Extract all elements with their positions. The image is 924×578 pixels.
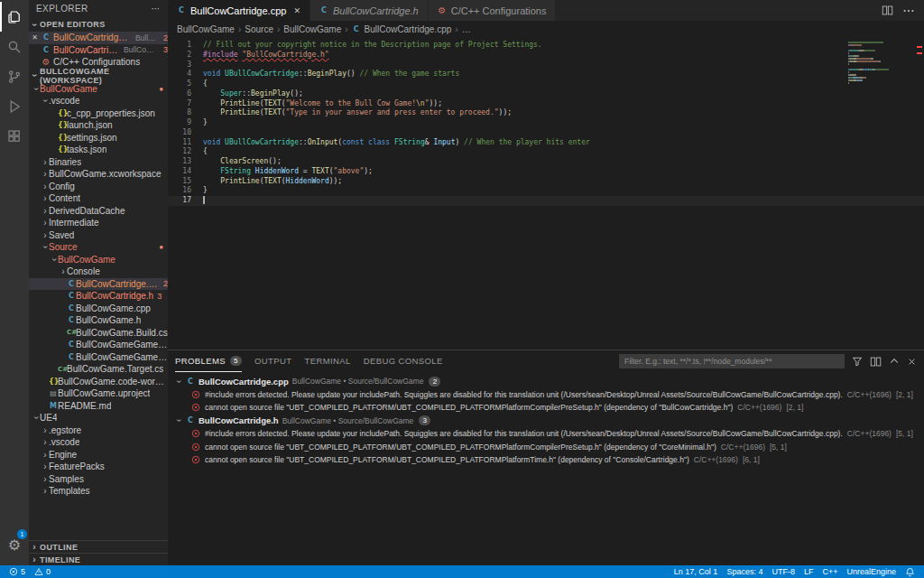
panel-tab-output[interactable]: OUTPUT: [254, 350, 291, 372]
code-line[interactable]: 1// Fill out your copyright notice in th…: [168, 41, 924, 51]
tree-file-item[interactable]: CBullCowCartridge.h3: [29, 290, 168, 303]
tree-folder-item[interactable]: ›UE4: [29, 412, 168, 424]
tree-file-item[interactable]: C#BullCowGame.Build.cs: [29, 327, 168, 340]
tree-file-item[interactable]: CBullCowCartridge.cpp2: [29, 278, 168, 291]
open-editors-header[interactable]: › OPEN EDITORS: [29, 17, 168, 32]
activity-source-control-icon[interactable]: [0, 61, 29, 91]
tab-c-c-configurations[interactable]: ⚙C/C++ Configurations: [429, 0, 557, 21]
code-line[interactable]: 12{: [168, 147, 924, 157]
tree-folder-item[interactable]: ›FeaturePacks: [29, 461, 168, 473]
tree-file-item[interactable]: CBullCowGame.h: [29, 314, 168, 327]
activity-explorer-icon[interactable]: [0, 2, 29, 32]
breadcrumb-item[interactable]: BullCowGame: [283, 24, 341, 34]
filter-icon[interactable]: [852, 356, 863, 367]
tree-folder-item[interactable]: ›Config: [29, 181, 168, 193]
tree-file-item[interactable]: {}settings.json: [29, 132, 168, 144]
tree-file-item[interactable]: CBullCowGameGameModeBase.h: [29, 351, 168, 364]
panel-tab-terminal[interactable]: TERMINAL: [304, 350, 350, 372]
split-editor-icon[interactable]: [882, 5, 893, 16]
status-spaces-4[interactable]: Spaces: 4: [726, 567, 762, 576]
status-bell[interactable]: [905, 567, 915, 577]
tree-folder-item[interactable]: ›BullCowGame●: [29, 83, 168, 96]
activity-extensions-icon[interactable]: [0, 121, 29, 151]
more-editor-icon[interactable]: [902, 5, 915, 17]
code-line[interactable]: 17: [168, 196, 924, 206]
code-line[interactable]: 13 ClearScreen();: [168, 157, 924, 167]
open-editor-item[interactable]: ✕CBullCowCartridge.cppBullC...2: [29, 32, 168, 44]
tree-folder-item[interactable]: ›DerivedDataCache: [29, 205, 168, 218]
tree-file-item[interactable]: {}c_cpp_properties.json: [29, 107, 168, 120]
code-line[interactable]: 7 PrintLine(TEXT("Welcome to the Bull Co…: [168, 99, 924, 109]
code-line[interactable]: 15 PrintLine(TEXT(HiddenWord));: [168, 177, 924, 187]
tab-bullcowcartridge-cpp[interactable]: CBullCowCartridge.cpp✕: [168, 0, 310, 21]
close-icon[interactable]: ✕: [31, 33, 39, 42]
tree-folder-item[interactable]: ›Templates: [29, 485, 168, 498]
tab-bullcowcartridge-h[interactable]: CBullCowCartridge.h: [310, 0, 429, 21]
problem-file-group[interactable]: ›CBullCowCartridge.hBullCowGame • Source…: [168, 415, 924, 428]
tree-file-item[interactable]: CBullCowGame.cpp: [29, 303, 168, 315]
problem-item[interactable]: #include errors detected. Please update …: [168, 388, 924, 402]
code-line[interactable]: 14 FString HiddenWord = TEXT("above");: [168, 167, 924, 177]
close-icon[interactable]: ✕: [293, 6, 300, 15]
manage-gear-icon[interactable]: ⚙1: [0, 531, 29, 558]
code-line[interactable]: 16}: [168, 186, 924, 196]
tree-folder-item[interactable]: ›.vscode: [29, 436, 168, 449]
breadcrumb-item[interactable]: BullCowGame: [177, 24, 235, 34]
code-line[interactable]: 10: [168, 128, 924, 138]
panel-tab-debug-console[interactable]: DEBUG CONSOLE: [364, 350, 443, 372]
code-line[interactable]: 6 Super::BeginPlay();: [168, 89, 924, 99]
problem-item[interactable]: cannot open source file "UBT_COMPILED_PL…: [168, 401, 924, 415]
status-warning[interactable]: 0: [34, 567, 51, 576]
tree-file-item[interactable]: CBullCowGameGameModeBase.c...: [29, 339, 168, 351]
code-line[interactable]: 3: [168, 61, 924, 70]
code-line[interactable]: 2#include "BullCowCartridge.h": [168, 51, 924, 61]
tree-folder-item[interactable]: ›Samples: [29, 473, 168, 486]
status-unrealengine[interactable]: UnrealEngine: [846, 567, 896, 576]
problem-item[interactable]: cannot open source file "UBT_COMPILED_PL…: [168, 453, 924, 467]
section-outline[interactable]: ›OUTLINE: [29, 540, 168, 553]
status-lf[interactable]: LF: [804, 567, 814, 576]
code-line[interactable]: 5{: [168, 79, 924, 89]
problems-filter-input[interactable]: [619, 354, 845, 368]
status-error[interactable]: 5: [9, 567, 25, 576]
code-line[interactable]: 11void UBullCowCartridge::OnInput(const …: [168, 138, 924, 148]
tree-folder-item[interactable]: ›BullCowGame: [29, 254, 168, 266]
code-line[interactable]: 9}: [168, 118, 924, 128]
tree-file-item[interactable]: C#BullCowGame.Target.cs: [29, 363, 168, 376]
tree-folder-item[interactable]: ›Binaries: [29, 156, 168, 169]
status-ln-17-col-1[interactable]: Ln 17, Col 1: [674, 567, 718, 576]
status-utf-8[interactable]: UTF-8: [772, 567, 795, 576]
minimap[interactable]: [848, 40, 913, 88]
problem-file-group[interactable]: ›CBullCowCartridge.cppBullCowGame • Sour…: [168, 375, 924, 388]
tree-folder-item[interactable]: ›Content: [29, 192, 168, 205]
tree-folder-item[interactable]: ›Source●: [29, 241, 168, 254]
close-panel-icon[interactable]: [907, 357, 917, 367]
tree-file-item[interactable]: {}launch.json: [29, 119, 168, 132]
tree-file-item[interactable]: ▤BullCowGame.uproject: [29, 387, 168, 400]
tree-folder-item[interactable]: ›Console: [29, 266, 168, 278]
problem-item[interactable]: cannot open source file "UBT_COMPILED_PL…: [168, 441, 924, 454]
problem-item[interactable]: #include errors detected. Please update …: [168, 427, 924, 441]
breadcrumb-item[interactable]: BullCowCartridge.cpp: [365, 24, 452, 34]
open-editor-item[interactable]: CBullCowCartridge.hBullCowC...3: [29, 44, 168, 57]
maximize-panel-icon[interactable]: [889, 356, 900, 367]
activity-search-icon[interactable]: [0, 32, 29, 61]
panel-tab-problems[interactable]: PROBLEMS5: [175, 350, 242, 372]
breadcrumb-item[interactable]: …: [462, 24, 471, 34]
tree-folder-item[interactable]: ›BullCowGame.xcworkspace: [29, 168, 168, 181]
tree-file-item[interactable]: MREADME.md: [29, 400, 168, 413]
breadcrumb-item[interactable]: Source: [245, 24, 273, 34]
workspace-header[interactable]: › BULLCOWGAME (WORKSPACE): [29, 69, 168, 83]
tree-folder-item[interactable]: ›.vscode: [29, 95, 168, 107]
tree-folder-item[interactable]: ›.egstore: [29, 424, 168, 437]
code-editor[interactable]: 1// Fill out your copyright notice in th…: [168, 38, 924, 350]
code-line[interactable]: 8 PrintLine(TEXT("Type in your answer an…: [168, 108, 924, 118]
more-actions-icon[interactable]: ⋯: [152, 4, 161, 14]
activity-run-debug-icon[interactable]: [0, 91, 29, 121]
tree-file-item[interactable]: {}BullCowGame.code-workspace: [29, 376, 168, 388]
code-line[interactable]: 4void UBullCowCartridge::BeginPlay() // …: [168, 70, 924, 79]
split-panel-icon[interactable]: [870, 356, 882, 368]
section-timeline[interactable]: ›TIMELINE: [29, 553, 168, 565]
tree-folder-item[interactable]: ›Engine: [29, 449, 168, 461]
tree-file-item[interactable]: {}tasks.json: [29, 144, 168, 156]
